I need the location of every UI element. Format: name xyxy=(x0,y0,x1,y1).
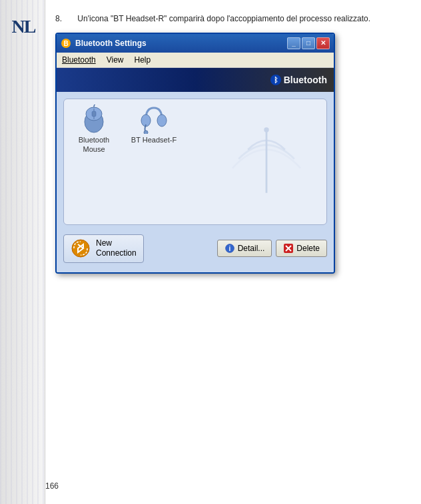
bluetooth-header-banner: ᛒ Bluetooth xyxy=(57,68,334,92)
bluetooth-main-panel: Bluetooth Mouse xyxy=(57,92,334,272)
mouse-label: Bluetooth Mouse xyxy=(71,135,117,154)
step-number: 8. xyxy=(55,14,62,23)
devices-row: Bluetooth Mouse xyxy=(71,106,320,154)
step-instruction: 8. Un'icona "BT Headset-R" comparirà dop… xyxy=(55,13,408,25)
bluetooth-settings-dialog: B Bluetooth Settings _ □ ✕ Bluetooth Vie… xyxy=(55,33,335,274)
device-mouse[interactable]: Bluetooth Mouse xyxy=(71,106,117,154)
minimize-button[interactable]: _ xyxy=(287,37,300,49)
delete-icon xyxy=(283,243,294,254)
title-bar: B Bluetooth Settings _ □ ✕ xyxy=(57,34,334,53)
svg-text:B: B xyxy=(63,40,68,47)
stripes-decoration xyxy=(0,0,45,504)
svg-point-13 xyxy=(72,240,89,257)
info-icon: i xyxy=(224,243,235,254)
delete-button[interactable]: Delete xyxy=(276,240,327,257)
svg-text:ᛒ: ᛒ xyxy=(273,76,278,84)
new-connection-icon xyxy=(71,238,91,258)
dialog-title: Bluetooth Settings xyxy=(75,39,147,48)
detail-label: Detail... xyxy=(238,244,265,253)
device-list: Bluetooth Mouse xyxy=(63,99,327,225)
headset-label: BT Headset-F xyxy=(131,135,177,144)
svg-text:i: i xyxy=(228,245,230,252)
bluetooth-header-logo: ᛒ Bluetooth xyxy=(270,75,327,85)
step-description: Un'icona "BT Headset-R" comparirà dopo l… xyxy=(77,14,370,23)
delete-label: Delete xyxy=(296,244,320,253)
nl-logo: NL xyxy=(7,7,40,47)
bluetooth-title-icon: B xyxy=(61,38,71,49)
headset-icon xyxy=(141,106,167,132)
bottom-action-area: New Connection i Detail... xyxy=(63,232,327,266)
new-connection-label: New Connection xyxy=(96,238,137,259)
detail-button[interactable]: i Detail... xyxy=(217,240,272,257)
page-number: 166 xyxy=(45,481,59,491)
svg-point-11 xyxy=(157,115,167,126)
nl-logo-text: NL xyxy=(12,16,35,37)
left-border: NL xyxy=(0,0,45,504)
title-bar-buttons: _ □ ✕ xyxy=(287,37,330,49)
close-button[interactable]: ✕ xyxy=(316,37,330,49)
main-content: 8. Un'icona "BT Headset-R" comparirà dop… xyxy=(45,0,421,504)
title-bar-left: B Bluetooth Settings xyxy=(61,38,147,49)
menu-bar: Bluetooth View Help xyxy=(57,53,334,68)
maximize-button[interactable]: □ xyxy=(302,37,315,49)
svg-rect-9 xyxy=(92,111,96,117)
device-headset[interactable]: BT Headset-F xyxy=(131,106,177,144)
svg-point-12 xyxy=(144,130,148,134)
menu-help[interactable]: Help xyxy=(129,54,157,66)
menu-view[interactable]: View xyxy=(101,54,129,66)
bluetooth-brand-text: Bluetooth xyxy=(284,75,327,85)
right-action-buttons: i Detail... Delete xyxy=(217,240,327,257)
mouse-icon xyxy=(81,106,107,132)
menu-bluetooth[interactable]: Bluetooth xyxy=(57,54,101,66)
new-connection-button[interactable]: New Connection xyxy=(63,234,144,263)
